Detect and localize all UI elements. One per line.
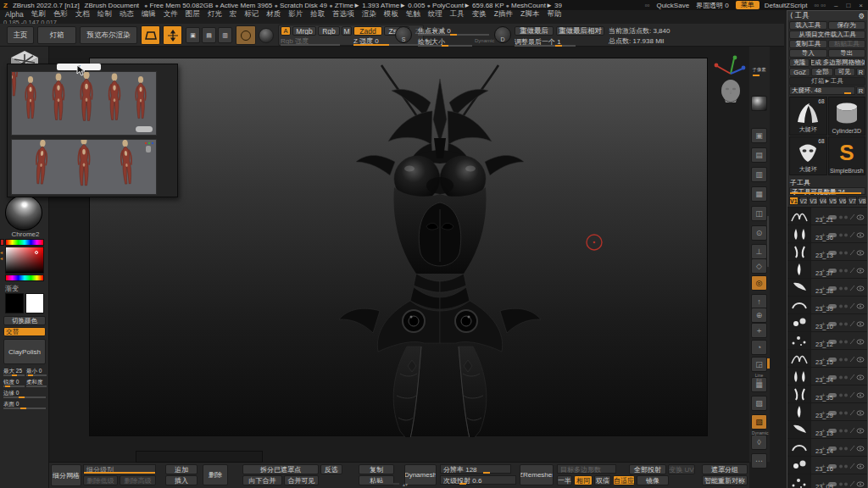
close-button[interactable]: × <box>857 2 865 9</box>
delete-subtool-button[interactable]: 删除 <box>203 464 228 485</box>
main-color-swatch[interactable] <box>5 293 24 313</box>
menu-Z脚本[interactable]: Z脚本 <box>520 9 539 19</box>
speed-button[interactable]: ⋯ <box>751 453 767 469</box>
zoom-100-button[interactable]: ▥ <box>751 167 767 182</box>
material-ball-button[interactable] <box>259 28 274 43</box>
hue-bar-bottom[interactable] <box>5 274 44 281</box>
alternate-button[interactable]: 交替 <box>3 327 46 336</box>
rotate-button[interactable]: ▥ <box>218 27 232 43</box>
menu-变换[interactable]: 变换 <box>472 9 487 19</box>
subtool-item-23_13[interactable]: +23_13 <box>787 243 867 261</box>
bottom-tray-tab[interactable] <box>136 451 263 463</box>
menu-工具[interactable]: 工具 <box>450 9 465 19</box>
draw-button[interactable] <box>163 25 182 45</box>
menu-笔触[interactable]: 笔触 <box>406 9 420 19</box>
surface-slider[interactable]: 表面 0 <box>3 401 46 408</box>
sculpt-model[interactable] <box>90 58 709 437</box>
menu-文件[interactable]: 文件 <box>164 9 178 19</box>
replay-last-rel-button[interactable]: 重做最后相对 <box>556 26 604 36</box>
frame-button[interactable]: ⊙ <box>751 225 767 241</box>
zremesher-button[interactable]: ZRemesher <box>520 464 554 485</box>
softness-slider[interactable]: 柔和度 <box>26 379 47 386</box>
subtool-item-23_12[interactable]: +23_12 <box>787 332 867 350</box>
lightbox-tool-button[interactable]: 灯箱►工具 <box>789 77 865 86</box>
subtool-item-23_36[interactable]: +23_36 <box>787 225 867 243</box>
subtool-tab-V4[interactable]: V4 <box>819 197 828 205</box>
double-button[interactable]: 双倍 <box>594 475 611 485</box>
spix-slider[interactable]: 子像素 <box>751 67 767 73</box>
subtool-item-23_09[interactable]: +23_09 <box>787 474 867 488</box>
switch-color-button[interactable]: 切换颜色 <box>3 316 46 325</box>
edit-button[interactable] <box>141 25 160 45</box>
minimize-button[interactable]: – <box>832 2 839 9</box>
move-button[interactable]: ▣ <box>186 27 200 43</box>
duplicate-button[interactable]: 复制 <box>359 464 394 474</box>
make-polymesh-button[interactable]: 生成 多边形网格物体 <box>810 58 865 67</box>
subtool-tab-V2[interactable]: V2 <box>799 197 809 205</box>
scale-canvas-button[interactable]: ◲ <box>751 357 767 372</box>
import-button[interactable]: 导入 <box>789 49 827 58</box>
claypolish-button[interactable]: ClayPolish <box>3 339 46 364</box>
save-as-button[interactable]: 保存为 <box>828 21 866 30</box>
menu-Alpha[interactable]: Alpha <box>5 10 24 19</box>
export-button[interactable]: 导出 <box>828 49 866 58</box>
subtool-tab-V7[interactable]: V7 <box>848 197 857 205</box>
ui-opacity-slider[interactable]: 界面透明 0 <box>694 1 731 10</box>
focal-shift-knob[interactable]: S <box>395 26 412 43</box>
camview-gizmo[interactable] <box>710 55 751 111</box>
subtool-item-23_39[interactable]: +23_39 <box>787 297 867 314</box>
menu-文档[interactable]: 文档 <box>75 9 90 19</box>
stroke-button[interactable] <box>236 25 256 45</box>
subtool-item-23_10[interactable]: +23_10 <box>787 314 867 332</box>
transparency-button[interactable]: ▨ <box>751 396 767 411</box>
menu-Z插件[interactable]: Z插件 <box>494 9 513 19</box>
menu-宏[interactable]: 宏 <box>230 9 237 19</box>
subtool-item-23_14[interactable]: +23_14 <box>787 439 867 457</box>
goz-r-button[interactable]: R <box>856 68 865 76</box>
sdiv-level-slider[interactable]: 细分级别 <box>83 464 156 474</box>
polyframe-button[interactable]: ▦Line Fill <box>751 377 767 392</box>
convert-uv-button[interactable]: 变换 UV <box>668 464 695 474</box>
paste-tool-button[interactable]: 粘贴工具 <box>828 40 866 48</box>
insert-button[interactable]: 插入 <box>165 475 198 485</box>
adjust-last-slider[interactable]: 调整最后一个 1 <box>515 37 576 46</box>
aa-half-button[interactable]: ▣ <box>751 128 767 143</box>
reference-gizmo-icon[interactable] <box>143 141 153 153</box>
floor-button[interactable]: ⊥ <box>751 244 767 259</box>
claypolish-min-slider[interactable]: 最小 0 <box>26 368 47 375</box>
reference-image-top[interactable] <box>11 71 157 136</box>
project-all-button[interactable]: 全部投射 <box>629 464 666 474</box>
hue-bar-top[interactable] <box>5 239 44 246</box>
antialias-button[interactable]: ▦ <box>751 186 767 202</box>
local-symmetry-button[interactable]: ◇ <box>751 258 767 274</box>
tool-slot-大腿环[interactable]: 68大腿环 <box>789 97 827 136</box>
subtool-item-23_37[interactable]: +23_37 <box>787 261 867 279</box>
gear-icon[interactable]: ⚙ <box>858 12 865 20</box>
tray-collapse-arrows[interactable]: ◂◂ <box>0 250 3 267</box>
menu-灯光[interactable]: 灯光 <box>208 9 222 19</box>
menu-纹理[interactable]: 纹理 <box>428 9 442 19</box>
draw-size-slider[interactable]: 绘制大小 12.84972 <box>418 37 472 46</box>
magnify-button[interactable]: ⊕ <box>751 308 767 323</box>
brush-preview-button[interactable]: ◔ <box>751 340 767 355</box>
subtool-item-23_15[interactable]: +23_15 <box>787 350 867 368</box>
actual-size-button[interactable]: ▤ <box>751 147 767 163</box>
goz-button[interactable]: GoZ <box>789 68 810 76</box>
zoom-tool-button[interactable]: ◎ <box>751 275 767 291</box>
m-button[interactable]: M <box>342 26 352 36</box>
home-button[interactable]: 主页 <box>7 26 34 44</box>
bpr-render-button[interactable] <box>751 96 767 111</box>
ghost-button[interactable]: ▧ <box>751 414 767 430</box>
rgb-intensity-slider[interactable]: Rgb 强度 <box>281 36 340 45</box>
menu-图层[interactable]: 图层 <box>186 9 200 19</box>
subtool-tab-V6[interactable]: V6 <box>838 197 848 205</box>
active-tool-slider[interactable]: 大腿环. 48 <box>789 86 855 95</box>
smart-resym-button[interactable]: 智能重新对称 <box>702 475 748 485</box>
layout-icons[interactable]: ▫▫ ▫▫ <box>812 2 827 9</box>
reference-image-bottom[interactable] <box>11 139 157 195</box>
merge-down-button[interactable]: 向下合并 <box>242 475 282 485</box>
perspective-button[interactable]: ◊Dynamic <box>751 435 767 450</box>
merge-visible-button[interactable]: 合并可见 <box>284 475 319 485</box>
tool-palette-header[interactable]: ⟨ 工具 ⚙ <box>787 11 867 20</box>
replay-last-button[interactable]: 重做最后 <box>515 26 554 36</box>
